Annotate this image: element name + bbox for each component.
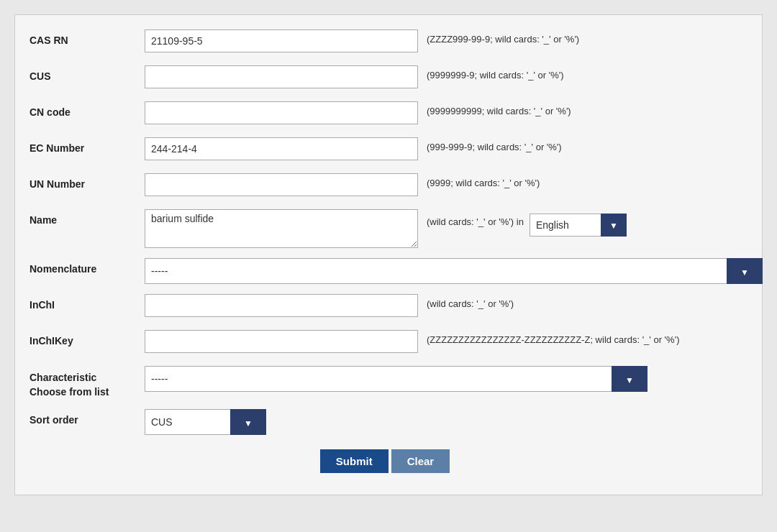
language-select[interactable]: English French German Spanish [530,214,601,237]
cus-control-area: (9999999-9; wild cards: '_' or '%') [145,65,740,88]
sort-order-label: Sort order [29,409,145,426]
nomenclature-dropdown-button[interactable] [727,258,763,284]
chevron-down-icon [609,219,618,231]
ec-number-hint: (999-999-9; wild cards: '_' or '%') [418,137,562,152]
cn-code-label: CN code [29,101,145,118]
nomenclature-control-area: ----- [145,258,763,284]
inchikey-input[interactable] [145,330,418,353]
name-label: Name [29,209,145,226]
sort-order-control-area: CUS CAS RN EC Number Name [145,409,740,435]
inchikey-control-area: (ZZZZZZZZZZZZZZZZ-ZZZZZZZZZZ-Z; wild car… [145,330,740,353]
cas-rn-row: CAS RN (ZZZZ999-99-9; wild cards: '_' or… [29,29,740,55]
inchi-control-area: (wild cards: '_' or '%') [145,294,740,317]
cn-code-hint: (9999999999; wild cards: '_' or '%') [418,101,571,116]
cus-row: CUS (9999999-9; wild cards: '_' or '%') [29,65,740,91]
nomenclature-select[interactable]: ----- [145,258,727,284]
inchi-row: InChI (wild cards: '_' or '%') [29,294,740,320]
un-number-hint: (9999; wild cards: '_' or '%') [418,173,540,188]
ec-number-label: EC Number [29,137,145,154]
sort-order-row: Sort order CUS CAS RN EC Number Name [29,409,740,435]
un-number-control-area: (9999; wild cards: '_' or '%') [145,173,740,196]
search-form: CAS RN (ZZZZ999-99-9; wild cards: '_' or… [14,14,763,495]
cas-rn-label: CAS RN [29,29,145,46]
cas-rn-hint: (ZZZZ999-99-9; wild cards: '_' or '%') [418,29,579,45]
chevron-down-icon [740,264,749,279]
inchi-input[interactable] [145,294,418,317]
submit-button[interactable]: Submit [320,449,388,473]
ec-number-input[interactable] [145,137,418,160]
characteristic-select-wrapper: ----- [145,366,648,392]
chevron-down-icon [625,372,634,387]
sort-order-dropdown-button[interactable] [230,409,266,435]
name-hint: (wild cards: '_' or '%') in [418,209,524,227]
chevron-down-icon [244,415,253,430]
inchikey-label: InChIKey [29,330,145,347]
characteristic-row: Characteristic Choose from list ----- [29,366,740,399]
inchi-label: InChI [29,294,145,311]
nomenclature-select-wrapper: ----- [145,258,763,284]
clear-button[interactable]: Clear [391,449,450,473]
un-number-row: UN Number (9999; wild cards: '_' or '%') [29,173,740,199]
characteristic-label: Characteristic Choose from list [29,366,145,399]
un-number-label: UN Number [29,173,145,190]
nomenclature-row: Nomenclature ----- [29,258,740,284]
characteristic-select[interactable]: ----- [145,366,612,392]
name-row: Name barium sulfide (wild cards: '_' or … [29,209,740,248]
characteristic-dropdown-button[interactable] [612,366,648,392]
language-select-wrapper: English French German Spanish [530,214,627,237]
name-control-area: barium sulfide (wild cards: '_' or '%') … [145,209,740,248]
cn-code-control-area: (9999999999; wild cards: '_' or '%') [145,101,740,124]
sort-order-select-wrapper: CUS CAS RN EC Number Name [145,409,266,435]
inchikey-hint: (ZZZZZZZZZZZZZZZZ-ZZZZZZZZZZ-Z; wild car… [418,330,679,345]
button-row: Submit Clear [29,449,740,473]
un-number-input[interactable] [145,173,418,196]
inchikey-row: InChIKey (ZZZZZZZZZZZZZZZZ-ZZZZZZZZZZ-Z;… [29,330,740,356]
characteristic-control-area: ----- [145,366,740,392]
name-input[interactable]: barium sulfide [145,209,418,248]
ec-number-row: EC Number (999-999-9; wild cards: '_' or… [29,137,740,163]
cn-code-input[interactable] [145,101,418,124]
cus-hint: (9999999-9; wild cards: '_' or '%') [418,65,564,81]
cas-rn-control-area: (ZZZZ999-99-9; wild cards: '_' or '%') [145,29,740,52]
nomenclature-label: Nomenclature [29,258,145,275]
cus-label: CUS [29,65,145,82]
sort-order-select[interactable]: CUS CAS RN EC Number Name [145,409,231,435]
ec-number-control-area: (999-999-9; wild cards: '_' or '%') [145,137,740,160]
language-dropdown-button[interactable] [601,214,627,237]
cus-input[interactable] [145,65,418,88]
cn-code-row: CN code (9999999999; wild cards: '_' or … [29,101,740,127]
cas-rn-input[interactable] [145,29,418,52]
inchi-hint: (wild cards: '_' or '%') [418,294,514,309]
